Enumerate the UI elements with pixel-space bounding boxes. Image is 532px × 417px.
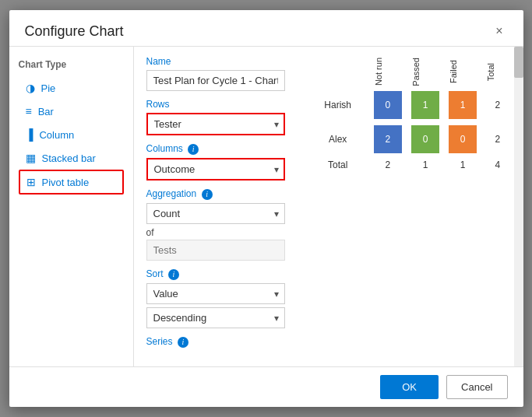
scrollbar-track[interactable] (514, 47, 523, 366)
totals-passed: 1 (407, 156, 444, 173)
totals-row: Total 2 1 1 4 (307, 156, 514, 173)
bar-alex-notrun: 2 (374, 125, 402, 153)
chart-type-panel: Chart Type ◑ Pie ≡ Bar ▐ Column ▦ Stacke… (9, 47, 134, 366)
pivot-table-label: Pivot table (42, 177, 90, 188)
bar-cell-alex-passed: 0 (407, 122, 444, 156)
totals-grand: 4 (481, 156, 513, 173)
name-label: Name (146, 56, 285, 67)
chart-preview-panel: Not run Passed Failed Total (298, 47, 523, 366)
aggregation-info-icon[interactable]: i (202, 189, 213, 200)
column-icon: ▐ (26, 128, 33, 141)
col-header-notrun: Not run (369, 56, 407, 88)
total-harish: 2 (481, 88, 513, 122)
bar-harish-passed: 1 (411, 91, 439, 119)
rows-select-wrapper: Tester (146, 113, 285, 135)
pie-icon: ◑ (26, 82, 35, 94)
chart-type-stacked-bar[interactable]: ▦ Stacked bar (19, 146, 124, 170)
aggregation-select-wrapper: Count (146, 203, 285, 224)
of-label: of (146, 227, 285, 238)
col-header-total: Total (481, 56, 513, 88)
bar-harish-failed: 1 (449, 91, 477, 119)
ok-button[interactable]: OK (380, 375, 439, 399)
series-label: Series i (146, 336, 285, 348)
row-label-harish: Harish (307, 88, 369, 122)
scrollbar-thumb[interactable] (514, 47, 523, 78)
table-row: Alex 2 0 0 2 (307, 122, 514, 156)
bar-cell-harish-failed: 1 (444, 88, 481, 122)
chart-type-pie[interactable]: ◑ Pie (19, 76, 124, 100)
sort-label: Sort i (146, 268, 285, 280)
rows-select[interactable]: Tester (146, 113, 285, 135)
pivot-table-icon: ⊞ (26, 176, 36, 188)
series-info-icon[interactable]: i (178, 337, 188, 348)
table-row: Harish 0 1 1 2 (307, 88, 514, 122)
bar-alex-failed: 0 (449, 125, 477, 153)
bar-alex-passed: 0 (411, 125, 439, 153)
configure-chart-dialog: Configure Chart × Chart Type ◑ Pie ≡ Bar… (9, 10, 523, 407)
dialog-header: Configure Chart × (9, 10, 523, 47)
bar-label: Bar (38, 106, 54, 117)
chart-type-pivot-table[interactable]: ⊞ Pivot table (19, 170, 124, 194)
sort-dir-select[interactable]: Descending (146, 307, 285, 328)
sort-dir-select-wrapper: Descending (146, 307, 285, 328)
stacked-bar-label: Stacked bar (42, 152, 96, 164)
rows-label: Rows (146, 99, 285, 110)
settings-panel: Name Rows Tester Columns i Outcome Aggre… (134, 47, 298, 366)
sort-value-select[interactable]: Value (146, 283, 285, 304)
cancel-button[interactable]: Cancel (446, 375, 507, 399)
aggregation-label: Aggregation i (146, 188, 285, 200)
bar-harish-notrun: 0 (374, 91, 402, 119)
col-header-failed: Failed (444, 56, 481, 88)
pivot-table: Not run Passed Failed Total (307, 56, 514, 173)
total-alex: 2 (481, 122, 513, 156)
of-input (146, 240, 285, 261)
sort-value-select-wrapper: Value (146, 283, 285, 304)
dialog-footer: OK Cancel (9, 366, 523, 407)
totals-notrun: 2 (369, 156, 407, 173)
dialog-title: Configure Chart (25, 23, 124, 40)
bar-cell-alex-notrun: 2 (369, 122, 407, 156)
chart-type-column[interactable]: ▐ Column (19, 123, 124, 146)
columns-info-icon[interactable]: i (188, 144, 199, 155)
bar-cell-alex-failed: 0 (444, 122, 481, 156)
bar-cell-harish-passed: 1 (407, 88, 444, 122)
dialog-body: Chart Type ◑ Pie ≡ Bar ▐ Column ▦ Stacke… (9, 47, 523, 366)
bar-icon: ≡ (26, 105, 32, 117)
row-label-alex: Alex (307, 122, 369, 156)
col-header-passed: Passed (407, 56, 444, 88)
columns-label: Columns i (146, 143, 285, 155)
bar-cell-harish-notrun: 0 (369, 88, 407, 122)
pie-label: Pie (41, 82, 56, 94)
empty-header (307, 56, 369, 88)
sort-info-icon[interactable]: i (168, 269, 179, 280)
close-button[interactable]: × (491, 23, 507, 40)
stacked-bar-icon: ▦ (26, 152, 36, 164)
name-input[interactable] (146, 70, 285, 91)
totals-label: Total (307, 156, 369, 173)
columns-select[interactable]: Outcome (146, 158, 285, 180)
column-label: Column (39, 129, 74, 141)
totals-failed: 1 (444, 156, 481, 173)
chart-type-label: Chart Type (19, 59, 124, 70)
aggregation-select[interactable]: Count (146, 203, 285, 224)
columns-select-wrapper: Outcome (146, 158, 285, 180)
chart-type-bar[interactable]: ≡ Bar (19, 100, 124, 123)
